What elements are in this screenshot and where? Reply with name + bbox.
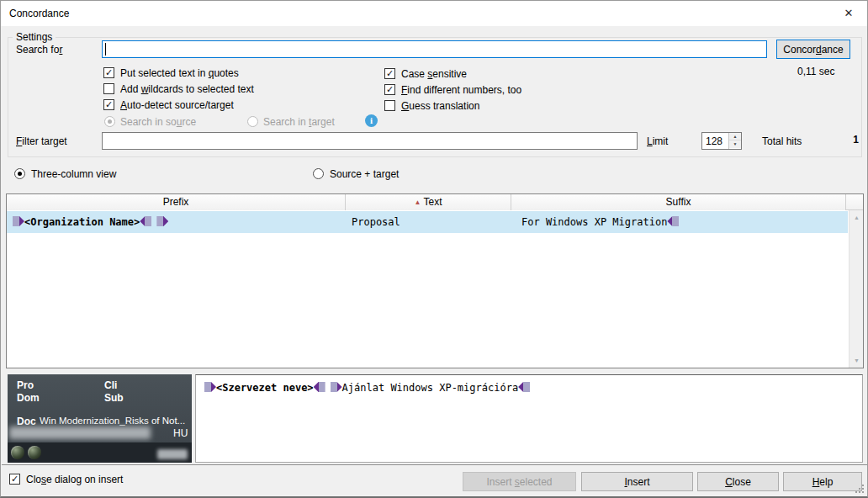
cell-prefix: <Organization Name> xyxy=(7,211,346,233)
subject-label: Sub xyxy=(104,392,124,404)
checkbox-case-sensitive[interactable] xyxy=(384,68,395,79)
redacted-text xyxy=(9,426,151,439)
total-hits-value: 1 xyxy=(842,134,859,146)
cell-text: Proposal xyxy=(346,211,511,233)
prefix-tag-text: <Organization Name> xyxy=(24,216,140,228)
tag-close-icon xyxy=(518,382,530,392)
tag-open-icon xyxy=(156,216,168,226)
checkbox-auto-detect[interactable] xyxy=(103,99,114,110)
radio-search-in-source-label: Search in source xyxy=(120,116,196,128)
results-table: Prefix ▲Text Suffix <Organization Name> … xyxy=(6,193,864,368)
concordance-button[interactable]: Concordance xyxy=(776,40,850,59)
column-header-suffix[interactable]: Suffix xyxy=(511,194,846,210)
checkbox-put-quotes[interactable] xyxy=(103,67,114,78)
scroll-down-icon[interactable]: ▼ xyxy=(849,353,864,368)
table-scrollbar[interactable]: ▲ ▼ xyxy=(849,210,863,368)
radio-three-column-view-label: Three-column view xyxy=(31,168,116,180)
radio-source-plus-target[interactable] xyxy=(313,168,324,179)
checkbox-put-quotes-label: Put selected text in quotes xyxy=(120,67,239,79)
cell-suffix: For Windows XP Migration xyxy=(516,211,846,233)
metadata-panel: Pro Cli Dom Sub Doc Win Modernization_Ri… xyxy=(8,374,192,463)
checkbox-auto-detect-label: Auto-detect source/target xyxy=(120,99,234,111)
checkbox-add-wildcards[interactable] xyxy=(103,83,114,94)
sort-ascending-icon: ▲ xyxy=(415,199,421,206)
checkbox-close-on-insert[interactable] xyxy=(9,474,20,485)
radio-search-in-target xyxy=(247,116,258,127)
checkbox-close-on-insert-label: Close dialog on insert xyxy=(26,474,123,485)
language-code: HU xyxy=(173,427,188,439)
radio-three-column-view[interactable] xyxy=(14,168,25,179)
titlebar: Concordance ✕ xyxy=(1,1,867,26)
help-button[interactable]: Help xyxy=(783,472,862,491)
limit-spinner[interactable]: 128 ▲ ▼ xyxy=(701,132,742,150)
document-value: Win Modernization_Risks of Not... xyxy=(40,416,185,426)
insert-selected-button: Insert selected xyxy=(463,472,576,491)
suffix-text: For Windows XP Migration xyxy=(521,216,667,228)
search-input[interactable] xyxy=(102,40,767,58)
tag-open-icon xyxy=(204,382,216,392)
radio-source-plus-target-label: Source + target xyxy=(330,168,399,180)
target-tag-text: <Szervezet neve> xyxy=(216,382,314,394)
checkbox-guess-translation-label: Guess translation xyxy=(401,100,479,112)
elapsed-time: 0,11 sec xyxy=(797,66,834,77)
tm-status-icon xyxy=(28,446,41,459)
tm-status-icon xyxy=(11,446,24,459)
project-label: Pro xyxy=(17,379,34,391)
tag-open-icon xyxy=(13,216,24,226)
concordance-dialog: Concordance ✕ Settings Search for Concor… xyxy=(0,0,868,498)
client-label: Cli xyxy=(104,379,117,391)
spinner-down-icon[interactable]: ▼ xyxy=(729,140,741,148)
info-icon[interactable]: i xyxy=(365,114,378,127)
radio-search-in-source xyxy=(104,116,115,127)
insert-button[interactable]: Insert xyxy=(581,472,693,491)
scroll-up-icon[interactable]: ▲ xyxy=(849,210,864,225)
target-segment-text: Ajánlat Windows XP-migrációra xyxy=(342,382,519,394)
limit-value: 128 xyxy=(706,135,722,147)
filter-target-input[interactable] xyxy=(102,132,638,150)
column-header-prefix[interactable]: Prefix xyxy=(7,194,346,210)
filter-target-label: Filter target xyxy=(16,135,67,147)
text-caret xyxy=(105,43,106,56)
settings-group-label: Settings xyxy=(13,31,56,43)
dialog-title: Concordance xyxy=(9,8,69,19)
checkbox-find-numbers-label: Find different numbers, too xyxy=(401,84,521,96)
checkbox-case-sensitive-label: Case sensitive xyxy=(401,68,467,80)
resize-grip-icon[interactable] xyxy=(855,485,864,493)
redacted-text xyxy=(157,449,188,459)
search-for-label: Search for xyxy=(16,44,62,56)
target-segment: <Szervezet neve>Ajánlat Windows XP-migrá… xyxy=(204,382,530,394)
checkbox-add-wildcards-label: Add wildcards to selected text xyxy=(120,83,254,95)
target-text-panel: <Szervezet neve>Ajánlat Windows XP-migrá… xyxy=(195,374,863,463)
spinner-buttons: ▲ ▼ xyxy=(728,133,741,149)
tag-open-icon xyxy=(331,382,342,392)
spinner-up-icon[interactable]: ▲ xyxy=(729,133,741,140)
close-button[interactable]: Close xyxy=(697,472,779,491)
radio-search-in-target-label: Search in target xyxy=(263,116,335,128)
checkbox-find-numbers[interactable] xyxy=(384,84,395,95)
tag-close-icon xyxy=(314,382,326,392)
tag-close-icon xyxy=(667,216,679,226)
table-header: Prefix ▲Text Suffix xyxy=(7,194,863,210)
total-hits-label: Total hits xyxy=(762,135,802,147)
metadata-panel-strip xyxy=(8,442,192,463)
close-icon[interactable]: ✕ xyxy=(839,5,859,22)
checkbox-guess-translation[interactable] xyxy=(384,100,395,111)
column-header-text[interactable]: ▲Text xyxy=(346,194,511,210)
domain-label: Dom xyxy=(17,392,40,404)
document-label: Doc xyxy=(17,416,36,427)
footer-separator xyxy=(2,464,868,465)
limit-label: Limit xyxy=(647,135,668,147)
table-row[interactable]: <Organization Name> Proposal For Windows… xyxy=(7,211,848,233)
tag-close-icon xyxy=(140,216,151,226)
